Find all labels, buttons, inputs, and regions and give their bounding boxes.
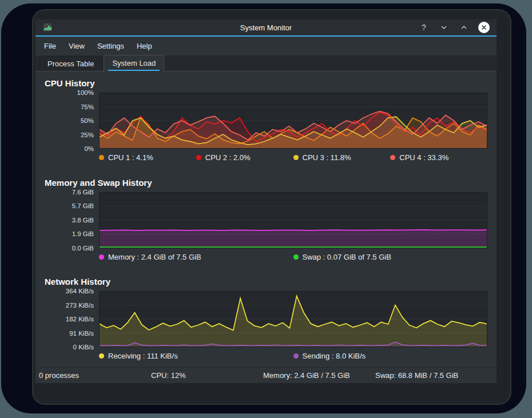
network-history-section: Network History 364 KiB/s273 KiB/s182 Ki… <box>45 277 487 365</box>
network-legend: Receiving : 111 KiB/sSending : 8.0 KiB/s <box>99 347 487 365</box>
statusbar: 0 processes CPU: 12% Memory: 2.4 GiB / 7… <box>35 367 497 383</box>
legend-item: CPU 1 : 4.1% <box>99 153 196 162</box>
legend-label: Receiving : 111 KiB/s <box>108 352 178 360</box>
menu-view[interactable]: View <box>62 37 91 55</box>
status-cpu: CPU: 12% <box>151 371 263 380</box>
window-frame: System Monitor ? <box>33 10 510 404</box>
tab-process-table[interactable]: Process Table <box>39 56 102 71</box>
status-swap: Swap: 68.8 MiB / 7.5 GiB <box>375 371 497 380</box>
system-load-panel: CPU History 100%75%50%25%0% CPU 1 : 4.1%… <box>35 71 497 367</box>
legend-label: CPU 1 : 4.1% <box>108 153 153 162</box>
menu-help[interactable]: Help <box>130 37 158 55</box>
legend-item: Receiving : 111 KiB/s <box>99 352 293 360</box>
legend-item: CPU 4 : 33.3% <box>390 153 487 162</box>
y-tick-label: 182 KiB/s <box>66 316 94 323</box>
close-icon <box>481 25 487 30</box>
y-tick-label: 0 KiB/s <box>73 344 94 351</box>
y-tick-label: 50% <box>81 117 94 124</box>
y-tick-label: 25% <box>81 132 94 138</box>
legend-label: Sending : 8.0 KiB/s <box>303 352 366 360</box>
status-processes: 0 processes <box>39 371 151 380</box>
legend-label: Memory : 2.4 GiB of 7.5 GiB <box>108 253 201 261</box>
help-button[interactable]: ? <box>418 22 430 33</box>
legend-item: CPU 3 : 11.8% <box>293 153 391 162</box>
y-tick-label: 0% <box>84 145 94 152</box>
legend-dot <box>99 155 104 160</box>
y-tick-label: 364 KiB/s <box>66 288 94 294</box>
network-history-title: Network History <box>45 277 487 286</box>
chevron-down-icon <box>440 25 447 30</box>
menu-file[interactable]: File <box>38 37 62 55</box>
network-chart <box>99 291 487 347</box>
y-tick-label: 1.9 GiB <box>72 230 94 237</box>
y-tick-label: 91 KiB/s <box>69 330 94 337</box>
legend-dot <box>293 254 299 260</box>
close-button[interactable] <box>478 22 490 33</box>
system-monitor-window: System Monitor ? <box>35 19 497 383</box>
legend-dot <box>99 353 104 359</box>
legend-dot <box>390 155 395 160</box>
legend-label: CPU 2 : 2.0% <box>205 153 251 162</box>
titlebar[interactable]: System Monitor ? <box>35 19 497 37</box>
memory-swap-section: Memory and Swap History 7.6 GiB5.7 GiB3.… <box>45 178 487 266</box>
menu-settings[interactable]: Settings <box>91 37 130 55</box>
y-tick-label: 3.8 GiB <box>72 217 94 224</box>
legend-dot <box>99 254 104 260</box>
tabbar: Process TableSystem Load <box>35 55 497 71</box>
menubar: FileViewSettingsHelp <box>35 37 497 55</box>
legend-item: Swap : 0.07 GiB of 7.5 GiB <box>293 253 488 261</box>
cpu-y-axis: 100%75%50%25%0% <box>45 93 99 149</box>
minimize-button[interactable] <box>438 22 450 33</box>
legend-item: CPU 2 : 2.0% <box>196 153 293 162</box>
tab-system-load[interactable]: System Load <box>104 55 164 71</box>
y-tick-label: 273 KiB/s <box>66 302 94 309</box>
chevron-up-icon <box>460 25 467 30</box>
titlebar-buttons: ? <box>418 22 490 33</box>
memory-swap-title: Memory and Swap History <box>45 178 487 188</box>
y-tick-label: 7.6 GiB <box>72 189 94 196</box>
y-tick-label: 100% <box>77 89 94 96</box>
memory-chart <box>99 192 487 248</box>
y-tick-label: 0.0 GiB <box>72 245 94 252</box>
cpu-history-title: CPU History <box>45 78 487 88</box>
legend-dot <box>196 155 201 160</box>
memory-legend: Memory : 2.4 GiB of 7.5 GiBSwap : 0.07 G… <box>99 248 487 266</box>
cpu-legend: CPU 1 : 4.1%CPU 2 : 2.0%CPU 3 : 11.8%CPU… <box>99 149 487 166</box>
cpu-history-section: CPU History 100%75%50%25%0% CPU 1 : 4.1%… <box>45 78 487 166</box>
maximize-button[interactable] <box>458 22 470 33</box>
legend-item: Sending : 8.0 KiB/s <box>293 352 488 360</box>
status-memory: Memory: 2.4 GiB / 7.5 GiB <box>263 371 375 380</box>
legend-label: CPU 4 : 33.3% <box>399 153 448 162</box>
legend-label: Swap : 0.07 GiB of 7.5 GiB <box>303 253 391 261</box>
legend-item: Memory : 2.4 GiB of 7.5 GiB <box>99 253 293 261</box>
legend-label: CPU 3 : 11.8% <box>303 153 351 162</box>
system-monitor-icon <box>42 22 53 33</box>
y-tick-label: 75% <box>81 103 94 110</box>
memory-y-axis: 7.6 GiB5.7 GiB3.8 GiB1.9 GiB0.0 GiB <box>45 192 99 248</box>
cpu-chart <box>99 93 487 149</box>
legend-dot <box>293 155 299 160</box>
y-tick-label: 5.7 GiB <box>72 202 94 209</box>
legend-dot <box>293 353 299 359</box>
network-y-axis: 364 KiB/s273 KiB/s182 KiB/s91 KiB/s0 KiB… <box>45 291 99 347</box>
